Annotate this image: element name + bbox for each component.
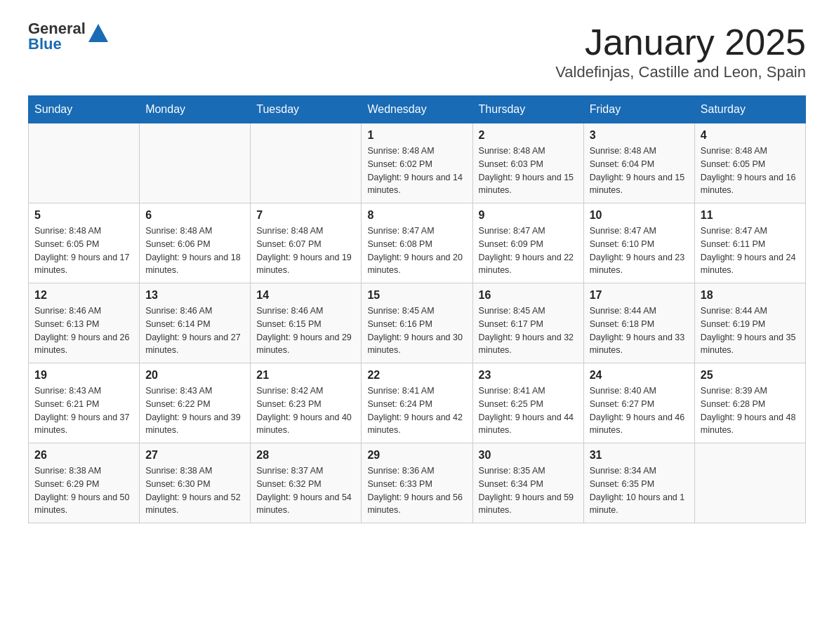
calendar-day-header: Tuesday	[251, 96, 362, 123]
day-info: Sunrise: 8:39 AM Sunset: 6:28 PM Dayligh…	[701, 384, 800, 437]
calendar-day-cell: 3Sunrise: 8:48 AM Sunset: 6:04 PM Daylig…	[583, 123, 694, 203]
day-info: Sunrise: 8:48 AM Sunset: 6:02 PM Dayligh…	[367, 145, 466, 197]
day-number: 24	[590, 369, 689, 382]
calendar-day-cell: 19Sunrise: 8:43 AM Sunset: 6:21 PM Dayli…	[29, 363, 140, 443]
calendar-day-cell: 6Sunrise: 8:48 AM Sunset: 6:06 PM Daylig…	[140, 203, 251, 283]
page-header: General Blue January 2025 Valdefinjas, C…	[28, 21, 806, 81]
calendar-day-cell: 20Sunrise: 8:43 AM Sunset: 6:22 PM Dayli…	[140, 363, 251, 443]
calendar-day-cell: 7Sunrise: 8:48 AM Sunset: 6:07 PM Daylig…	[251, 203, 362, 283]
day-number: 10	[590, 209, 689, 222]
day-number: 21	[256, 369, 355, 382]
calendar-day-cell: 13Sunrise: 8:46 AM Sunset: 6:14 PM Dayli…	[140, 283, 251, 363]
day-info: Sunrise: 8:41 AM Sunset: 6:24 PM Dayligh…	[367, 384, 466, 437]
calendar-day-cell: 28Sunrise: 8:37 AM Sunset: 6:32 PM Dayli…	[251, 443, 362, 523]
day-number: 19	[34, 369, 133, 382]
day-number: 14	[256, 289, 355, 302]
day-info: Sunrise: 8:41 AM Sunset: 6:25 PM Dayligh…	[479, 384, 578, 437]
calendar-day-header: Monday	[140, 96, 251, 123]
calendar-day-cell	[251, 123, 362, 203]
calendar-day-cell: 8Sunrise: 8:47 AM Sunset: 6:08 PM Daylig…	[362, 203, 472, 283]
day-number: 2	[479, 129, 578, 142]
day-number: 12	[34, 289, 133, 302]
calendar-day-cell: 4Sunrise: 8:48 AM Sunset: 6:05 PM Daylig…	[694, 123, 805, 203]
day-number: 23	[479, 369, 578, 382]
calendar-day-cell: 17Sunrise: 8:44 AM Sunset: 6:18 PM Dayli…	[583, 283, 694, 363]
day-info: Sunrise: 8:47 AM Sunset: 6:08 PM Dayligh…	[367, 224, 466, 277]
calendar-week-row: 19Sunrise: 8:43 AM Sunset: 6:21 PM Dayli…	[29, 363, 806, 443]
day-info: Sunrise: 8:43 AM Sunset: 6:22 PM Dayligh…	[145, 384, 244, 437]
day-info: Sunrise: 8:38 AM Sunset: 6:30 PM Dayligh…	[145, 464, 244, 517]
page-subtitle: Valdefinjas, Castille and Leon, Spain	[555, 63, 806, 81]
title-block: January 2025 Valdefinjas, Castille and L…	[555, 21, 806, 81]
calendar-week-row: 12Sunrise: 8:46 AM Sunset: 6:13 PM Dayli…	[29, 283, 806, 363]
day-info: Sunrise: 8:44 AM Sunset: 6:19 PM Dayligh…	[701, 304, 800, 357]
logo-triangle-icon	[88, 24, 108, 45]
calendar-day-cell: 21Sunrise: 8:42 AM Sunset: 6:23 PM Dayli…	[251, 363, 362, 443]
calendar-day-cell: 9Sunrise: 8:47 AM Sunset: 6:09 PM Daylig…	[472, 203, 583, 283]
calendar-week-row: 5Sunrise: 8:48 AM Sunset: 6:05 PM Daylig…	[29, 203, 806, 283]
day-number: 9	[479, 209, 578, 222]
day-info: Sunrise: 8:47 AM Sunset: 6:10 PM Dayligh…	[590, 224, 689, 277]
calendar-day-header: Friday	[583, 96, 694, 123]
calendar-day-cell	[140, 123, 251, 203]
day-info: Sunrise: 8:44 AM Sunset: 6:18 PM Dayligh…	[590, 304, 689, 357]
calendar-day-cell: 18Sunrise: 8:44 AM Sunset: 6:19 PM Dayli…	[694, 283, 805, 363]
calendar-day-cell: 25Sunrise: 8:39 AM Sunset: 6:28 PM Dayli…	[694, 363, 805, 443]
day-info: Sunrise: 8:38 AM Sunset: 6:29 PM Dayligh…	[34, 464, 133, 517]
day-info: Sunrise: 8:36 AM Sunset: 6:33 PM Dayligh…	[367, 464, 466, 517]
day-info: Sunrise: 8:48 AM Sunset: 6:07 PM Dayligh…	[256, 224, 355, 277]
calendar-day-header: Sunday	[29, 96, 140, 123]
calendar-day-cell: 1Sunrise: 8:48 AM Sunset: 6:02 PM Daylig…	[362, 123, 472, 203]
calendar-day-cell: 12Sunrise: 8:46 AM Sunset: 6:13 PM Dayli…	[29, 283, 140, 363]
day-number: 1	[367, 129, 466, 142]
calendar-day-cell: 14Sunrise: 8:46 AM Sunset: 6:15 PM Dayli…	[251, 283, 362, 363]
day-number: 20	[145, 369, 244, 382]
calendar-day-header: Wednesday	[362, 96, 472, 123]
calendar-day-header: Thursday	[472, 96, 583, 123]
day-info: Sunrise: 8:48 AM Sunset: 6:05 PM Dayligh…	[701, 145, 800, 197]
day-number: 3	[590, 129, 689, 142]
logo-blue: Blue	[28, 36, 86, 52]
calendar-day-cell: 5Sunrise: 8:48 AM Sunset: 6:05 PM Daylig…	[29, 203, 140, 283]
day-info: Sunrise: 8:48 AM Sunset: 6:06 PM Dayligh…	[145, 224, 244, 277]
calendar-day-cell	[694, 443, 805, 523]
logo-text: General Blue	[28, 21, 86, 52]
day-info: Sunrise: 8:43 AM Sunset: 6:21 PM Dayligh…	[34, 384, 133, 437]
day-number: 17	[590, 289, 689, 302]
day-info: Sunrise: 8:34 AM Sunset: 6:35 PM Dayligh…	[590, 464, 689, 517]
day-info: Sunrise: 8:35 AM Sunset: 6:34 PM Dayligh…	[479, 464, 578, 517]
calendar-table: SundayMondayTuesdayWednesdayThursdayFrid…	[28, 95, 806, 523]
day-number: 8	[367, 209, 466, 222]
page-title: January 2025	[555, 21, 806, 63]
calendar-day-cell: 22Sunrise: 8:41 AM Sunset: 6:24 PM Dayli…	[362, 363, 472, 443]
calendar-header-row: SundayMondayTuesdayWednesdayThursdayFrid…	[29, 96, 806, 123]
calendar-day-cell: 11Sunrise: 8:47 AM Sunset: 6:11 PM Dayli…	[694, 203, 805, 283]
svg-marker-0	[88, 24, 108, 42]
day-number: 28	[256, 449, 355, 462]
calendar-day-header: Saturday	[694, 96, 805, 123]
calendar-week-row: 26Sunrise: 8:38 AM Sunset: 6:29 PM Dayli…	[29, 443, 806, 523]
calendar-day-cell: 15Sunrise: 8:45 AM Sunset: 6:16 PM Dayli…	[362, 283, 472, 363]
day-number: 15	[367, 289, 466, 302]
day-number: 18	[701, 289, 800, 302]
day-info: Sunrise: 8:42 AM Sunset: 6:23 PM Dayligh…	[256, 384, 355, 437]
day-number: 31	[590, 449, 689, 462]
calendar-day-cell: 27Sunrise: 8:38 AM Sunset: 6:30 PM Dayli…	[140, 443, 251, 523]
day-number: 5	[34, 209, 133, 222]
calendar-day-cell: 10Sunrise: 8:47 AM Sunset: 6:10 PM Dayli…	[583, 203, 694, 283]
calendar-day-cell: 30Sunrise: 8:35 AM Sunset: 6:34 PM Dayli…	[472, 443, 583, 523]
calendar-day-cell: 31Sunrise: 8:34 AM Sunset: 6:35 PM Dayli…	[583, 443, 694, 523]
calendar-day-cell	[29, 123, 140, 203]
day-info: Sunrise: 8:48 AM Sunset: 6:04 PM Dayligh…	[590, 145, 689, 197]
day-info: Sunrise: 8:46 AM Sunset: 6:13 PM Dayligh…	[34, 304, 133, 357]
day-number: 6	[145, 209, 244, 222]
day-number: 27	[145, 449, 244, 462]
calendar-day-cell: 23Sunrise: 8:41 AM Sunset: 6:25 PM Dayli…	[472, 363, 583, 443]
day-info: Sunrise: 8:46 AM Sunset: 6:14 PM Dayligh…	[145, 304, 244, 357]
calendar-day-cell: 29Sunrise: 8:36 AM Sunset: 6:33 PM Dayli…	[362, 443, 472, 523]
day-info: Sunrise: 8:46 AM Sunset: 6:15 PM Dayligh…	[256, 304, 355, 357]
day-number: 16	[479, 289, 578, 302]
logo: General Blue	[28, 21, 108, 52]
day-number: 22	[367, 369, 466, 382]
day-info: Sunrise: 8:40 AM Sunset: 6:27 PM Dayligh…	[590, 384, 689, 437]
